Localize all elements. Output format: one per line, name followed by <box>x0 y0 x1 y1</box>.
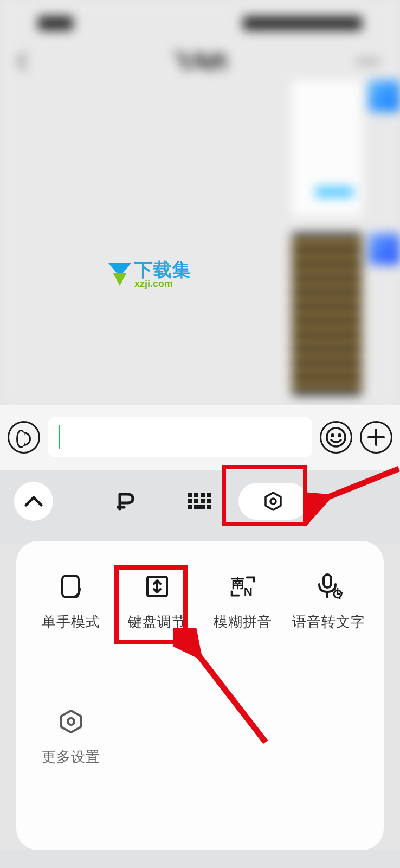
message-bubble <box>292 80 362 216</box>
watermark-logo-icon <box>108 263 131 286</box>
tab-settings[interactable] <box>238 483 308 520</box>
input-bar <box>0 405 400 470</box>
status-bar <box>38 16 362 33</box>
more-icon[interactable] <box>358 60 378 63</box>
setting-more[interactable]: 更多设置 <box>28 707 114 767</box>
svg-point-29 <box>68 718 74 725</box>
svg-rect-8 <box>201 493 205 497</box>
svg-rect-14 <box>188 505 192 509</box>
voice-wave-icon <box>16 430 31 445</box>
svg-point-26 <box>337 588 338 590</box>
svg-rect-13 <box>207 499 211 503</box>
status-time <box>38 16 73 30</box>
settings-panel: 单手模式 键盘调节 南 N 模糊拼音 <box>16 541 384 850</box>
voice-button[interactable] <box>8 421 40 454</box>
setting-label: 语音转文字 <box>292 612 365 631</box>
keyboard-grid-icon <box>188 493 211 509</box>
svg-rect-23 <box>324 575 331 588</box>
avatar <box>369 80 400 112</box>
settings-hexagon-icon <box>263 491 283 512</box>
svg-text:南: 南 <box>231 576 244 590</box>
svg-rect-11 <box>194 499 198 503</box>
svg-rect-12 <box>201 499 205 503</box>
tab-keyboard[interactable] <box>165 483 234 520</box>
watermark: 下载集 xzji.com <box>108 260 191 289</box>
more-settings-icon <box>57 707 85 736</box>
svg-point-28 <box>339 598 340 599</box>
chat-title: 飞鸟的 <box>172 49 228 74</box>
svg-point-17 <box>270 499 276 504</box>
chat-backdrop: 飞鸟的 <box>0 0 400 405</box>
setting-keyboard-adjust[interactable]: 键盘调节 <box>114 572 200 631</box>
svg-rect-1 <box>331 433 334 437</box>
back-icon[interactable] <box>16 53 27 70</box>
fuzzy-pinyin-icon: 南 N <box>229 572 257 601</box>
add-button[interactable] <box>360 421 392 454</box>
spacer <box>0 850 400 868</box>
one-hand-icon <box>57 572 85 601</box>
setting-label: 键盘调节 <box>128 612 186 631</box>
emoji-icon <box>325 426 347 448</box>
svg-rect-6 <box>188 493 192 497</box>
avatar <box>369 233 400 265</box>
chat-nav: 飞鸟的 <box>16 50 384 72</box>
collapse-button[interactable] <box>14 482 53 521</box>
svg-rect-7 <box>194 493 198 497</box>
text-caret <box>59 425 60 449</box>
setting-label: 更多设置 <box>42 748 100 767</box>
keyboard-toolbar <box>0 470 400 533</box>
setting-voice-to-text[interactable]: 语音转文字 <box>286 572 372 631</box>
p-icon <box>117 491 135 512</box>
emoji-button[interactable] <box>320 421 352 454</box>
message-input[interactable] <box>48 417 312 457</box>
svg-text:N: N <box>244 585 253 598</box>
setting-fuzzy-pinyin[interactable]: 南 N 模糊拼音 <box>200 572 286 631</box>
svg-rect-18 <box>62 576 79 597</box>
keyboard-adjust-icon <box>143 572 171 601</box>
svg-point-0 <box>327 428 345 446</box>
watermark-text-cn: 下载集 <box>134 260 191 279</box>
svg-rect-9 <box>207 493 211 497</box>
chevron-up-icon <box>24 495 43 507</box>
setting-label: 模糊拼音 <box>214 612 272 631</box>
svg-point-27 <box>341 592 343 594</box>
toolbar-tabs <box>91 482 308 520</box>
svg-rect-2 <box>338 433 341 437</box>
tab-p[interactable] <box>91 483 160 520</box>
svg-rect-16 <box>207 505 211 509</box>
setting-one-hand[interactable]: 单手模式 <box>28 572 114 631</box>
plus-icon <box>366 427 386 447</box>
watermark-text-en: xzji.com <box>134 279 191 289</box>
message-bubble <box>292 233 362 395</box>
voice-to-text-icon <box>315 572 343 601</box>
svg-rect-10 <box>188 499 192 503</box>
status-indicators <box>243 16 362 30</box>
svg-rect-15 <box>194 505 205 509</box>
setting-label: 单手模式 <box>42 612 100 631</box>
